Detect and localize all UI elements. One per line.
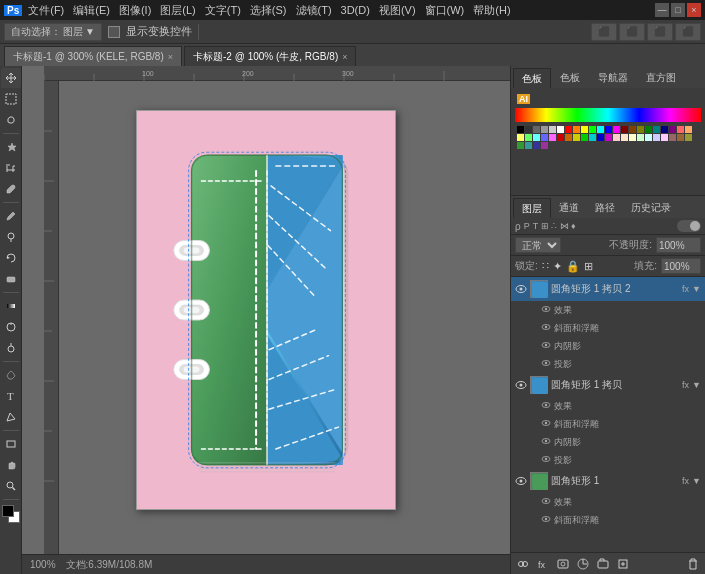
layer-2-visibility[interactable] (515, 379, 527, 391)
swatch-medmagenta[interactable] (605, 134, 612, 141)
rectangle-select-tool[interactable] (1, 89, 21, 109)
layer-2-fx-eye[interactable] (541, 400, 551, 412)
swatch-palerose[interactable] (613, 134, 620, 141)
brush-tool[interactable] (1, 206, 21, 226)
swatch-darkgreen[interactable] (645, 126, 652, 133)
opacity-input[interactable] (656, 237, 701, 253)
eyedropper-tool[interactable] (1, 179, 21, 199)
layer-mask-btn[interactable] (555, 556, 571, 572)
transform-checkbox[interactable] (108, 26, 120, 38)
swatch-olive[interactable] (637, 126, 644, 133)
canvas-area[interactable]: 100 200 300 (22, 66, 510, 554)
layer-2-bevel[interactable]: 斜面和浮雕 (511, 415, 705, 433)
swatch-tan[interactable] (677, 134, 684, 141)
path-select-tool[interactable] (1, 407, 21, 427)
swatch-lightyellow[interactable] (517, 134, 524, 141)
layer-item-2[interactable]: 圆角矩形 1 拷贝 fx ▼ (511, 373, 705, 397)
swatch-silver[interactable] (549, 126, 556, 133)
filter-toggle[interactable] (677, 220, 701, 232)
tab-layers[interactable]: 图层 (513, 198, 551, 218)
fill-input[interactable] (661, 258, 701, 274)
layer-item-3[interactable]: 圆角矩形 1 fx ▼ (511, 469, 705, 493)
swatch-plum[interactable] (541, 142, 548, 149)
swatch-gray[interactable] (533, 126, 540, 133)
layer-1-visibility[interactable] (515, 283, 527, 295)
crop-tool[interactable] (1, 158, 21, 178)
pen-tool[interactable] (1, 365, 21, 385)
layer-2-expand[interactable]: ▼ (692, 380, 701, 390)
swatch-orange[interactable] (573, 126, 580, 133)
swatch-cyan[interactable] (597, 126, 604, 133)
layer-2-dropshadow-eye[interactable] (541, 454, 551, 466)
swatch-navy[interactable] (661, 126, 668, 133)
swatch-paleblue[interactable] (653, 134, 660, 141)
tab-1-close[interactable]: × (168, 52, 173, 62)
zoom-tool[interactable] (1, 476, 21, 496)
layer-3-bevel[interactable]: 斜面和浮雕 (511, 511, 705, 529)
blur-tool[interactable] (1, 317, 21, 337)
swatch-lightblue[interactable] (541, 134, 548, 141)
lock-image-btn[interactable]: ✦ (553, 260, 562, 273)
menu-item-filter[interactable]: 滤镜(T) (293, 2, 335, 19)
menu-item-file[interactable]: 文件(F) (25, 2, 67, 19)
eraser-tool[interactable] (1, 269, 21, 289)
distribute-btn[interactable]: ⬛ (675, 23, 701, 41)
swatch-red[interactable] (565, 126, 572, 133)
menu-item-select[interactable]: 选择(S) (247, 2, 290, 19)
layer-delete-btn[interactable] (685, 556, 701, 572)
menu-item-image[interactable]: 图像(I) (116, 2, 154, 19)
swatch-paleyellow[interactable] (629, 134, 636, 141)
swatch-black[interactable] (517, 126, 524, 133)
history-brush-tool[interactable] (1, 248, 21, 268)
align-center-btn[interactable]: ⬛ (619, 23, 645, 41)
dodge-tool[interactable] (1, 338, 21, 358)
layer-1-innershadow-eye[interactable] (541, 340, 551, 352)
foreground-color[interactable] (2, 505, 14, 517)
close-button[interactable]: × (687, 3, 701, 17)
menu-item-help[interactable]: 帮助(H) (470, 2, 513, 19)
layer-1-fx-eye[interactable] (541, 304, 551, 316)
layer-fx-btn[interactable]: fx (535, 556, 551, 572)
text-tool[interactable]: T (1, 386, 21, 406)
color-spectrum-bar[interactable] (515, 108, 701, 122)
menu-item-layer[interactable]: 图层(L) (157, 2, 198, 19)
layer-2-innershadow-eye[interactable] (541, 436, 551, 448)
tab-2[interactable]: 卡标题-2 @ 100% (牛皮, RGB/8) × (184, 46, 356, 66)
magic-wand-tool[interactable] (1, 137, 21, 157)
move-tool[interactable] (1, 68, 21, 88)
gradient-tool[interactable] (1, 296, 21, 316)
tab-2-close[interactable]: × (342, 52, 347, 62)
swatch-lightcyan[interactable] (533, 134, 540, 141)
swatch-medcyan[interactable] (589, 134, 596, 141)
tab-color[interactable]: 色板 (513, 68, 551, 88)
swatch-darkgray[interactable] (525, 126, 532, 133)
align-left-btn[interactable]: ⬛ (591, 23, 617, 41)
swatch-darknavy[interactable] (533, 142, 540, 149)
swatch-medblue[interactable] (597, 134, 604, 141)
color-swatches[interactable] (2, 505, 20, 523)
hand-tool[interactable] (1, 455, 21, 475)
layer-3-expand[interactable]: ▼ (692, 476, 701, 486)
layer-link-btn[interactable] (515, 556, 531, 572)
swatch-medgreen[interactable] (581, 134, 588, 141)
swatch-white[interactable] (557, 126, 564, 133)
rectangle-tool[interactable] (1, 434, 21, 454)
swatch-teal[interactable] (653, 126, 660, 133)
layer-group-btn[interactable] (595, 556, 611, 572)
layer-1-bevel-eye[interactable] (541, 322, 551, 334)
menu-item-3d[interactable]: 3D(D) (338, 3, 373, 17)
tab-navigator[interactable]: 导航器 (589, 68, 637, 88)
layer-adjustment-btn[interactable] (575, 556, 591, 572)
swatch-khaki[interactable] (685, 134, 692, 141)
tab-swatches[interactable]: 色板 (551, 68, 589, 88)
swatch-palepeach[interactable] (621, 134, 628, 141)
clone-stamp-tool[interactable] (1, 227, 21, 247)
layer-3-visibility[interactable] (515, 475, 527, 487)
swatch-palemagenta[interactable] (661, 134, 668, 141)
tab-paths[interactable]: 路径 (587, 198, 623, 218)
maximize-button[interactable]: □ (671, 3, 685, 17)
layer-2-inner-shadow[interactable]: 内阴影 (511, 433, 705, 451)
layer-1-bevel-emboss[interactable]: 斜面和浮雕 (511, 319, 705, 337)
align-right-btn[interactable]: ⬛ (647, 23, 673, 41)
swatch-green[interactable] (589, 126, 596, 133)
